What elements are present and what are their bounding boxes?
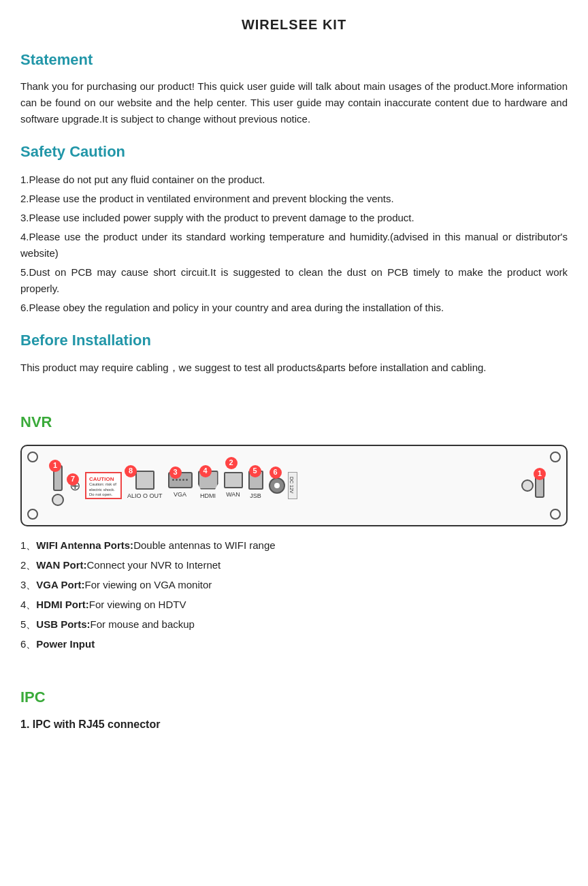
nvr-spec-bold-2: WAN Port: (36, 559, 86, 571)
list-item: 1.Please do not put any fluid container … (20, 172, 568, 188)
port-num-7: 7 (67, 473, 79, 486)
port-num-1-right: 1 (534, 468, 546, 480)
port-num-6: 6 (270, 466, 282, 479)
nvr-spec-bold-1: WIFI Antenna Ports: (36, 539, 133, 551)
right-antenna-group: 1 (521, 473, 544, 498)
nvr-spec-list: 1、WIFI Antenna Ports:Double antennas to … (20, 537, 568, 652)
nvr-spec-text-3: For viewing on VGA monitor (84, 579, 212, 590)
list-item: 5.Dust on PCB may cause short circuit.It… (20, 264, 568, 297)
list-item: 3.Please use included power supply with … (20, 210, 568, 226)
nvr-spec-item-6: 6、Power Input (20, 636, 568, 652)
nvr-spec-text-4: For viewing on HDTV (89, 599, 186, 610)
usb-label: JSB (250, 491, 261, 501)
safety-caution-list: 1.Please do not put any fluid container … (20, 172, 568, 316)
nvr-diagram: 1 7 ⊕ CAUTION Caution: risk of electric … (20, 445, 568, 526)
ipc-heading: IPC (20, 685, 568, 709)
audio-out-label: ALIO O OUT (127, 491, 163, 501)
nvr-spec-num-5: 5、 (20, 618, 36, 630)
nvr-spec-item-2: 2、WAN Port:Connect your NVR to Internet (20, 557, 568, 573)
antenna-base-left (52, 494, 64, 506)
nvr-heading: NVR (20, 410, 568, 434)
before-installation-body: This product may require cabling，we sugg… (20, 360, 568, 376)
statement-body: Thank you for purchasing our product! Th… (20, 78, 568, 127)
wan-port (224, 472, 243, 488)
dc-power-port (269, 477, 285, 494)
nvr-spec-num-1: 1、 (20, 539, 36, 551)
port-num-4: 4 (199, 465, 212, 477)
antenna-base-right (521, 479, 534, 492)
page-title: WIRELSEE KIT (20, 14, 568, 35)
ipc-subheading: 1. IPC with RJ45 connector (20, 716, 568, 733)
nvr-spec-item-3: 3、VGA Port:For viewing on VGA monitor (20, 577, 568, 593)
nvr-spec-text-5: For mouse and backup (91, 618, 195, 630)
hdmi-label: HDMI (200, 491, 216, 501)
nvr-spec-bold-6: Power Input (36, 638, 95, 650)
safety-caution-heading: Safety Caution (20, 140, 568, 163)
nvr-spec-bold-3: VGA Port: (36, 579, 84, 590)
list-item: 4.Please use the product under its stand… (20, 229, 568, 262)
port-num-1: 1 (49, 460, 61, 472)
audio-out-port (135, 471, 154, 490)
vga-label: VGA (174, 490, 186, 499)
caution-box: CAUTION Caution: risk of electric shock.… (85, 472, 122, 499)
panel-label: DC 12V (288, 472, 297, 499)
list-item: 2.Please use the product in ventilated e… (20, 191, 568, 207)
nvr-spec-num-6: 6、 (20, 638, 36, 650)
list-item: 6.Please obey the regulation and policy … (20, 300, 568, 316)
port-num-2: 2 (225, 457, 238, 469)
statement-heading: Statement (20, 48, 568, 72)
nvr-spec-num-4: 4、 (20, 599, 36, 610)
port-num-3: 3 (169, 466, 182, 479)
nvr-spec-bold-4: HDMI Port: (36, 599, 89, 610)
nvr-spec-bold-5: USB Ports: (36, 618, 90, 630)
nvr-spec-num-2: 2、 (20, 559, 36, 571)
nvr-spec-text-2: Connect your NVR to Internet (87, 559, 221, 571)
port-num-8: 8 (125, 465, 137, 477)
nvr-spec-item-4: 4、HDMI Port:For viewing on HDTV (20, 597, 568, 613)
nvr-spec-item-5: 5、USB Ports:For mouse and backup (20, 616, 568, 633)
before-installation-heading: Before Installation (20, 328, 568, 352)
port-num-5: 5 (249, 465, 261, 477)
nvr-spec-num-3: 3、 (20, 579, 36, 590)
nvr-spec-item-1: 1、WIFI Antenna Ports:Double antennas to … (20, 537, 568, 554)
wan-label: WAN (226, 490, 240, 499)
nvr-spec-text-1: Double antennas to WIFI range (133, 539, 275, 551)
